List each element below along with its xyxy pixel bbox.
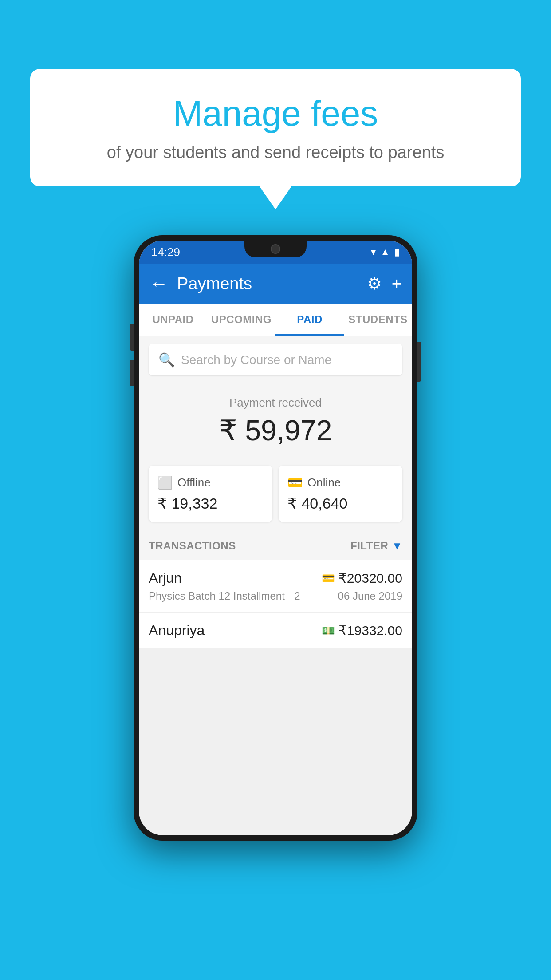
tabs-container: UNPAID UPCOMING PAID STUDENTS [139,304,412,336]
offline-icon: ⬜ [157,475,173,490]
wifi-icon: ▾ [371,246,376,258]
tab-upcoming[interactable]: UPCOMING [207,304,276,336]
tab-unpaid[interactable]: UNPAID [139,304,207,336]
add-icon[interactable]: + [392,274,401,293]
bubble-title: Manage fees [57,93,494,134]
transaction-name-arjun: Arjun [149,570,182,586]
volume-down-button [130,360,134,386]
transactions-header: TRANSACTIONS FILTER ▼ [139,532,412,560]
phone-outer: 14:29 ▾ ▲ ▮ ← Payments ⚙ + UNPAID [134,235,417,841]
phone-camera [271,244,280,254]
speech-bubble: Manage fees of your students and send re… [30,69,521,186]
signal-icon: ▲ [380,246,390,258]
online-icon: 💳 [287,475,303,490]
power-button [417,342,421,382]
online-amount: ₹ 40,640 [287,494,394,512]
payment-cards: ⬜ Offline ₹ 19,332 💳 Online ₹ 40,640 [139,466,412,532]
transaction-row-arjun[interactable]: Arjun 💳 ₹20320.00 Physics Batch 12 Insta… [139,560,412,612]
transaction-payment-icon-arjun: 💳 [322,572,335,585]
filter-icon: ▼ [392,540,402,552]
transaction-top-arjun: Arjun 💳 ₹20320.00 [149,570,402,586]
status-icons: ▾ ▲ ▮ [371,246,400,258]
online-card-header: 💳 Online [287,475,394,490]
transaction-amount-anupriya: ₹19332.00 [338,623,402,638]
phone-screen: 14:29 ▾ ▲ ▮ ← Payments ⚙ + UNPAID [139,241,412,835]
search-input[interactable]: Search by Course or Name [181,353,331,367]
offline-card-header: ⬜ Offline [157,475,264,490]
offline-label: Offline [177,476,211,490]
search-icon: 🔍 [158,352,175,368]
transaction-bottom-arjun: Physics Batch 12 Installment - 2 06 June… [149,590,402,602]
settings-icon[interactable]: ⚙ [367,274,382,293]
battery-icon: ▮ [394,246,400,258]
back-button[interactable]: ← [150,273,168,294]
app-bar: ← Payments ⚙ + [139,264,412,304]
filter-label: FILTER [350,540,388,552]
volume-up-button [130,324,134,351]
filter-button[interactable]: FILTER ▼ [350,540,402,552]
app-bar-title: Payments [177,274,358,293]
payment-received-amount: ₹ 59,972 [149,414,402,447]
phone-mockup: 14:29 ▾ ▲ ▮ ← Payments ⚙ + UNPAID [134,235,417,841]
offline-card: ⬜ Offline ₹ 19,332 [149,466,272,522]
offline-amount: ₹ 19,332 [157,494,264,512]
search-bar[interactable]: 🔍 Search by Course or Name [149,344,402,375]
transaction-amount-arjun: ₹20320.00 [338,570,402,586]
tab-paid[interactable]: PAID [276,304,344,336]
transaction-row-anupriya[interactable]: Anupriya 💵 ₹19332.00 [139,612,412,648]
status-time: 14:29 [151,245,180,259]
payment-received-section: Payment received ₹ 59,972 [139,383,412,466]
online-label: Online [307,476,341,490]
transaction-course-arjun: Physics Batch 12 Installment - 2 [149,590,300,602]
transaction-payment-icon-anupriya: 💵 [322,624,335,637]
transaction-date-arjun: 06 June 2019 [338,590,402,602]
bubble-subtitle: of your students and send receipts to pa… [57,143,494,162]
transaction-amount-wrap-arjun: 💳 ₹20320.00 [322,570,402,586]
search-container: 🔍 Search by Course or Name [139,336,412,383]
phone-notch [244,241,307,257]
transaction-amount-wrap-anupriya: 💵 ₹19332.00 [322,623,402,638]
app-bar-icons: ⚙ + [367,274,401,293]
transaction-top-anupriya: Anupriya 💵 ₹19332.00 [149,622,402,639]
transaction-name-anupriya: Anupriya [149,622,205,639]
tab-students[interactable]: STUDENTS [344,304,412,336]
online-card: 💳 Online ₹ 40,640 [279,466,402,522]
payment-received-label: Payment received [149,396,402,410]
transactions-label: TRANSACTIONS [149,540,236,552]
speech-bubble-container: Manage fees of your students and send re… [30,69,521,186]
